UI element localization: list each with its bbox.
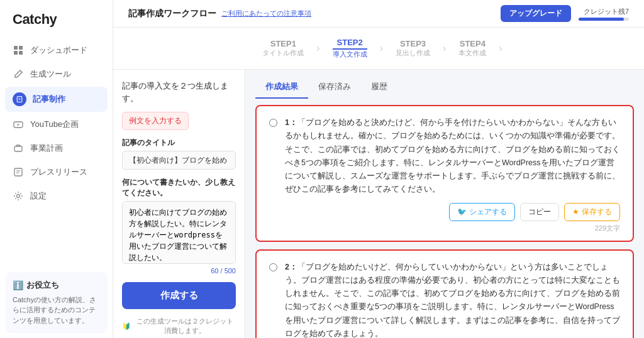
step1-label: STEP1 — [262, 39, 304, 48]
document-icon — [13, 92, 26, 106]
panel-description: 記事の導入文を２つ生成します。 — [122, 80, 236, 104]
sidebar-item-label: YouTube企画 — [30, 119, 79, 130]
title-field-wrap: 記事のタイトル — [122, 138, 236, 170]
sidebar-item-dashboard[interactable]: ダッシュボード — [5, 39, 108, 62]
credit-bar-fill — [579, 18, 624, 21]
result-card-2: 2：「ブログを始めたいけど、何からしていいかわからない」という方は多いことでしょ… — [255, 249, 634, 339]
pencil-icon — [13, 68, 24, 80]
copy-button-1[interactable]: コピー — [520, 203, 559, 221]
svg-rect-0 — [14, 46, 18, 50]
title-label: 記事のタイトル — [122, 138, 236, 148]
upgrade-button[interactable]: アップグレード — [501, 5, 571, 22]
result-text-1: 1：「ブログを始めると決めたけど、何から手を付けたらいいかわからない」そんな方も… — [285, 116, 620, 197]
sidebar-item-settings[interactable]: 設定 — [5, 185, 108, 207]
sidebar-item-generate[interactable]: 生成ツール — [5, 63, 108, 85]
result-char-count-1: 229文字 — [269, 224, 620, 233]
briefcase-icon — [13, 143, 24, 154]
result-number-1: 1： — [285, 118, 297, 127]
result-radio-1[interactable] — [269, 119, 277, 127]
result-row-2: 2：「ブログを始めたいけど、何からしていいかわからない」という方は多いことでしょ… — [269, 261, 620, 339]
sidebar-item-label: 事業計画 — [30, 143, 63, 154]
step-4[interactable]: STEP4 本文作成 — [448, 36, 496, 60]
credit-info: クレジット残7 — [579, 7, 629, 21]
textarea-label: 何について書きたいか、少し教えてください。 — [122, 177, 236, 199]
result-card-1: 1：「ブログを始めると決めたけど、何から手を付けたらいいかわからない」そんな方も… — [255, 105, 634, 242]
svg-rect-1 — [19, 46, 23, 50]
generate-button[interactable]: 作成する — [122, 282, 236, 309]
step-arrow-4: › — [499, 43, 502, 54]
sidebar-item-label: ダッシュボード — [30, 45, 87, 56]
results-area: 1：「ブログを始めると決めたけど、何から手を付けたらいいかわからない」そんな方も… — [245, 99, 644, 338]
topbar: 記事作成ワークフロー ご利用にあたっての注意事項 アップグレード クレジット残7 — [113, 0, 644, 28]
step-3[interactable]: STEP3 見出し作成 — [386, 36, 440, 60]
gear-icon — [13, 190, 24, 202]
page-title: 記事作成ワークフロー — [128, 8, 216, 19]
sidebar: Catchy ダッシュボード 生成ツール 記事制作 YouTube企画 — [0, 0, 113, 338]
tabs: 作成結果 保存済み 履歴 — [245, 70, 644, 99]
topbar-right: アップグレード クレジット残7 — [501, 5, 629, 22]
generate-note: 🔰 この生成ツールは２クレジット消費します。 — [122, 317, 236, 335]
example-button[interactable]: 例文を入力する — [122, 112, 189, 130]
step4-label: STEP4 — [458, 39, 486, 48]
content-textarea[interactable]: 初心者に向けてブログの始め方を解説したい。特にレンタルサーバーとwordpres… — [122, 201, 236, 264]
coin-icon: 🔰 — [122, 322, 131, 330]
sidebar-item-business[interactable]: 事業計画 — [5, 137, 108, 160]
star-icon: ★ — [572, 207, 579, 216]
sidebar-item-youtube[interactable]: YouTube企画 — [5, 113, 108, 136]
result-number-2: 2： — [285, 263, 297, 271]
sidebar-item-label: プレスリリース — [30, 166, 87, 178]
help-title: ℹ️ お役立ち — [13, 280, 100, 291]
credit-label: クレジット残7 — [584, 7, 629, 16]
sidebar-item-label: 記事制作 — [33, 94, 65, 105]
content-area: 記事の導入文を２つ生成します。 例文を入力する 記事のタイトル 何について書きた… — [113, 70, 644, 338]
main-content: 記事作成ワークフロー ご利用にあたっての注意事項 アップグレード クレジット残7… — [113, 0, 644, 338]
svg-marker-8 — [18, 124, 20, 126]
notice-link[interactable]: ご利用にあたっての注意事項 — [221, 9, 311, 18]
step3-sublabel: 見出し作成 — [396, 48, 430, 58]
svg-rect-2 — [14, 51, 18, 55]
step3-label: STEP3 — [396, 39, 430, 48]
tab-history[interactable]: 履歴 — [361, 76, 397, 99]
result-row-1: 1：「ブログを始めると決めたけど、何から手を付けたらいいかわからない」そんな方も… — [269, 116, 620, 197]
youtube-icon — [13, 119, 24, 130]
svg-rect-9 — [14, 146, 22, 151]
right-panel: 作成結果 保存済み 履歴 1：「ブログを始めると決めたけど、何から手を付けたらい… — [245, 70, 644, 338]
help-text: Catchyの使い方の解説、さらに活用するためのコンテンツを用意しています。 — [13, 295, 100, 326]
step2-sublabel: 導入文作成 — [333, 50, 367, 59]
twitter-icon: 🐦 — [457, 207, 467, 216]
step-2[interactable]: STEP2 導入文作成 — [323, 35, 377, 62]
newspaper-icon — [13, 166, 24, 178]
sidebar-help: ℹ️ お役立ち Catchyの使い方の解説、さらに活用するためのコンテンツを用意… — [5, 272, 108, 334]
svg-point-13 — [17, 195, 20, 198]
sidebar-nav: ダッシュボード 生成ツール 記事制作 YouTube企画 事業計画 — [0, 36, 113, 267]
step1-sublabel: タイトル作成 — [262, 48, 304, 58]
credit-bar-bg — [579, 18, 629, 21]
textarea-wrap: 初心者に向けてブログの始め方を解説したい。特にレンタルサーバーとwordpres… — [122, 201, 236, 266]
step2-label: STEP2 — [333, 38, 367, 50]
share-button-1[interactable]: 🐦 シェアする — [449, 203, 515, 221]
svg-rect-4 — [17, 97, 22, 102]
char-count: 60 / 500 — [122, 267, 236, 275]
step-arrow-2: › — [380, 43, 383, 54]
tab-saved[interactable]: 保存済み — [308, 76, 361, 99]
result-actions-1: 🐦 シェアする コピー ★ 保存する — [269, 203, 620, 221]
tab-results[interactable]: 作成結果 — [255, 76, 308, 99]
result-radio-2[interactable] — [269, 263, 277, 271]
topbar-left: 記事作成ワークフロー ご利用にあたっての注意事項 — [128, 8, 311, 19]
steps-bar: STEP1 タイトル作成 › STEP2 導入文作成 › STEP3 見出し作成… — [113, 28, 644, 70]
step-arrow-3: › — [443, 43, 446, 54]
svg-rect-3 — [19, 51, 23, 55]
step4-sublabel: 本文作成 — [458, 48, 486, 58]
sidebar-item-article[interactable]: 記事制作 — [5, 87, 108, 112]
sidebar-item-pressrelease[interactable]: プレスリリース — [5, 161, 108, 183]
sidebar-item-label: 生成ツール — [30, 68, 71, 80]
svg-rect-10 — [14, 168, 22, 176]
left-panel: 記事の導入文を２つ生成します。 例文を入力する 記事のタイトル 何について書きた… — [113, 70, 245, 338]
textarea-field-wrap: 何について書きたいか、少し教えてください。 初心者に向けてブログの始め方を解説し… — [122, 177, 236, 275]
step-1[interactable]: STEP1 タイトル作成 — [252, 36, 314, 60]
save-button-1[interactable]: ★ 保存する — [564, 203, 620, 221]
title-input[interactable] — [122, 151, 236, 170]
logo: Catchy — [0, 0, 113, 36]
sidebar-item-label: 設定 — [30, 190, 47, 202]
info-icon: ℹ️ — [13, 280, 23, 290]
